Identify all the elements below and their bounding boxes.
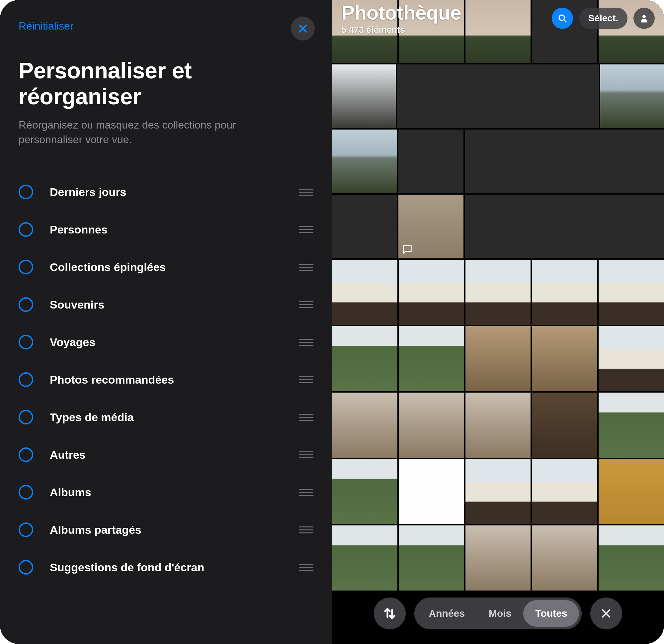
list-item[interactable]: Autres [19, 436, 313, 474]
radio-unchecked-icon[interactable] [19, 485, 33, 500]
list-item[interactable]: Derniers jours [19, 174, 313, 211]
search-icon [557, 13, 567, 23]
list-item[interactable]: Voyages [19, 323, 313, 361]
photo-thumbnail[interactable] [532, 459, 597, 524]
svg-line-1 [564, 20, 566, 22]
radio-unchecked-icon[interactable] [19, 335, 33, 349]
list-item-label: Voyages [50, 336, 299, 349]
list-item[interactable]: Collections épinglées [19, 248, 313, 286]
radio-unchecked-icon[interactable] [19, 560, 33, 575]
photo-thumbnail[interactable] [397, 64, 599, 128]
photo-thumbnail[interactable] [332, 64, 396, 128]
profile-button[interactable] [634, 8, 655, 29]
photo-thumbnail[interactable] [398, 129, 463, 193]
list-item-label: Autres [50, 448, 299, 461]
photo-thumbnail[interactable] [465, 525, 531, 590]
list-item-label: Types de média [50, 411, 299, 424]
panel-subtitle: Réorganisez ou masquez des collections p… [19, 118, 291, 146]
radio-unchecked-icon[interactable] [19, 372, 33, 387]
photo-thumbnail[interactable] [465, 260, 531, 325]
list-item[interactable]: Suggestions de fond d'écran [19, 549, 313, 586]
photo-thumbnail[interactable] [532, 260, 597, 325]
collections-list: Derniers jours Personnes Collections épi… [19, 174, 313, 586]
list-item[interactable]: Souvenirs [19, 286, 313, 323]
drag-handle-icon[interactable] [299, 301, 313, 308]
view-segmented-control: Années Mois Toutes [414, 598, 582, 629]
photo-thumbnail[interactable] [399, 525, 464, 590]
drag-handle-icon[interactable] [299, 489, 313, 496]
search-button[interactable] [552, 8, 573, 29]
person-icon [639, 13, 649, 23]
photo-thumbnail[interactable] [332, 525, 397, 590]
radio-unchecked-icon[interactable] [19, 522, 33, 537]
library-header: Photothèque 5 473 éléments Sélect. [332, 1, 664, 35]
photo-thumbnail[interactable] [332, 195, 397, 258]
sort-button[interactable] [374, 598, 406, 629]
photo-thumbnail[interactable] [399, 393, 464, 458]
close-view-button[interactable] [590, 598, 622, 629]
photo-thumbnail[interactable] [599, 326, 664, 391]
panel-title: Personnaliser et réorganiser [19, 58, 313, 109]
photo-thumbnail[interactable] [599, 260, 664, 325]
photo-thumbnail[interactable] [465, 129, 664, 193]
photo-thumbnail[interactable] [398, 195, 463, 258]
library-panel: Photothèque 5 473 éléments Sélect. Année… [332, 0, 664, 644]
drag-handle-icon[interactable] [299, 526, 313, 534]
comment-icon [402, 244, 413, 255]
photo-thumbnail[interactable] [332, 326, 397, 391]
radio-unchecked-icon[interactable] [19, 222, 33, 237]
photo-thumbnail[interactable] [532, 326, 597, 391]
list-item[interactable]: Albums partagés [19, 511, 313, 549]
photo-thumbnail[interactable] [332, 129, 397, 193]
drag-handle-icon[interactable] [299, 226, 313, 233]
list-item[interactable]: Types de média [19, 399, 313, 436]
photo-thumbnail[interactable] [465, 326, 531, 391]
radio-unchecked-icon[interactable] [19, 260, 33, 274]
list-item[interactable]: Personnes [19, 211, 313, 248]
svg-point-2 [642, 15, 646, 18]
photo-thumbnail[interactable] [599, 525, 664, 590]
radio-unchecked-icon[interactable] [19, 447, 33, 462]
select-button[interactable]: Sélect. [579, 8, 627, 29]
photo-thumbnail[interactable] [600, 64, 664, 128]
list-item[interactable]: Albums [19, 474, 313, 511]
photo-thumbnail[interactable] [465, 195, 664, 258]
segment-months[interactable]: Mois [477, 600, 523, 627]
photo-thumbnail[interactable] [599, 393, 664, 458]
drag-handle-icon[interactable] [299, 376, 313, 383]
drag-handle-icon[interactable] [299, 564, 313, 571]
list-item-label: Derniers jours [50, 186, 299, 199]
photo-thumbnail[interactable] [399, 459, 464, 524]
drag-handle-icon[interactable] [299, 264, 313, 271]
library-title: Photothèque [341, 1, 546, 24]
drag-handle-icon[interactable] [299, 414, 313, 421]
sort-arrows-icon [383, 606, 397, 620]
radio-unchecked-icon[interactable] [19, 185, 33, 199]
segment-years[interactable]: Années [417, 600, 477, 627]
photo-thumbnail[interactable] [399, 326, 464, 391]
close-icon [297, 23, 308, 34]
library-item-count: 5 473 éléments [341, 25, 546, 35]
photo-thumbnail[interactable] [332, 459, 397, 524]
photo-thumbnail[interactable] [399, 260, 464, 325]
photo-thumbnail[interactable] [332, 393, 397, 458]
list-item-label: Suggestions de fond d'écran [50, 561, 299, 574]
photo-thumbnail[interactable] [599, 459, 664, 524]
drag-handle-icon[interactable] [299, 189, 313, 196]
drag-handle-icon[interactable] [299, 339, 313, 346]
photo-thumbnail[interactable] [465, 459, 531, 524]
radio-unchecked-icon[interactable] [19, 297, 33, 312]
reset-button[interactable]: Réinitialiser [19, 20, 74, 32]
radio-unchecked-icon[interactable] [19, 410, 33, 424]
list-item[interactable]: Photos recommandées [19, 361, 313, 399]
list-item-label: Albums [50, 486, 299, 499]
close-button[interactable] [291, 17, 315, 41]
photo-thumbnail[interactable] [465, 393, 531, 458]
list-item-label: Photos recommandées [50, 373, 299, 386]
photo-thumbnail[interactable] [532, 525, 597, 590]
photo-thumbnail[interactable] [532, 393, 597, 458]
list-item-label: Souvenirs [50, 298, 299, 311]
segment-all[interactable]: Toutes [523, 600, 579, 627]
drag-handle-icon[interactable] [299, 451, 313, 458]
photo-thumbnail[interactable] [332, 260, 397, 325]
